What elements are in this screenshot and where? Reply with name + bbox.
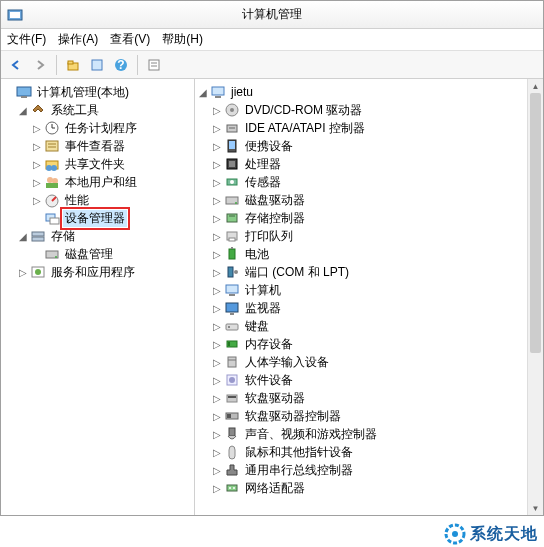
left-tree[interactable]: ▷计算机管理(本地) ◢系统工具 ▷任务计划程序 ▷事件查看器 ▷共享文件夹 ▷…: [1, 79, 195, 515]
tree-services[interactable]: ▷服务和应用程序: [3, 263, 192, 281]
device-category[interactable]: ▷鼠标和其他指针设备: [197, 443, 541, 461]
tree-perf[interactable]: ▷性能: [3, 191, 192, 209]
expand-icon[interactable]: ▷: [211, 303, 223, 314]
toolbar: ?: [1, 51, 543, 79]
expand-icon[interactable]: ▷: [211, 411, 223, 422]
device-icon: [224, 336, 240, 352]
right-tree[interactable]: ◢jietu ▷DVD/CD-ROM 驱动器▷IDE ATA/ATAPI 控制器…: [195, 79, 543, 515]
menu-view[interactable]: 查看(V): [110, 31, 150, 48]
expand-icon[interactable]: ▷: [211, 465, 223, 476]
device-category[interactable]: ▷内存设备: [197, 335, 541, 353]
expand-icon[interactable]: ▷: [211, 321, 223, 332]
scroll-thumb[interactable]: [530, 93, 541, 353]
device-icon: [224, 300, 240, 316]
expand-icon[interactable]: ▷: [211, 393, 223, 404]
expand-icon[interactable]: ▷: [31, 123, 43, 134]
svg-point-31: [55, 256, 57, 258]
up-button[interactable]: [62, 54, 84, 76]
device-category[interactable]: ▷磁盘驱动器: [197, 191, 541, 209]
device-category[interactable]: ▷声音、视频和游戏控制器: [197, 425, 541, 443]
svg-point-21: [47, 177, 53, 183]
device-category[interactable]: ▷计算机: [197, 281, 541, 299]
expand-icon[interactable]: ◢: [17, 231, 29, 242]
device-category[interactable]: ▷软盘驱动器控制器: [197, 407, 541, 425]
expand-icon[interactable]: ▷: [211, 105, 223, 116]
expand-icon[interactable]: ▷: [31, 141, 43, 152]
separator: [56, 55, 57, 75]
tree-systools[interactable]: ◢系统工具: [3, 101, 192, 119]
device-label: 人体学输入设备: [243, 354, 331, 371]
expand-icon[interactable]: ▷: [211, 285, 223, 296]
device-category[interactable]: ▷DVD/CD-ROM 驱动器: [197, 101, 541, 119]
expand-icon[interactable]: ▷: [31, 159, 43, 170]
menu-action[interactable]: 操作(A): [58, 31, 98, 48]
refresh-button[interactable]: [143, 54, 165, 76]
expand-icon[interactable]: ▷: [211, 483, 223, 494]
svg-point-55: [234, 270, 238, 274]
device-category[interactable]: ▷端口 (COM 和 LPT): [197, 263, 541, 281]
expand-icon[interactable]: ▷: [211, 123, 223, 134]
svg-rect-57: [229, 294, 235, 296]
expand-icon[interactable]: ▷: [211, 213, 223, 224]
device-category[interactable]: ▷打印队列: [197, 227, 541, 245]
device-category[interactable]: ▷人体学输入设备: [197, 353, 541, 371]
computer-mgmt-icon: [16, 84, 32, 100]
menu-help[interactable]: 帮助(H): [162, 31, 203, 48]
tree-users[interactable]: ▷本地用户和组: [3, 173, 192, 191]
properties-button[interactable]: [86, 54, 108, 76]
tree-task[interactable]: ▷任务计划程序: [3, 119, 192, 137]
storage-icon: [30, 228, 46, 244]
expand-icon[interactable]: ▷: [211, 231, 223, 242]
scroll-up-icon[interactable]: ▲: [528, 79, 543, 93]
device-icon: [224, 390, 240, 406]
expand-icon[interactable]: ▷: [211, 267, 223, 278]
device-category[interactable]: ▷软盘驱动器: [197, 389, 541, 407]
tree-storage[interactable]: ◢存储: [3, 227, 192, 245]
expand-icon[interactable]: ◢: [17, 105, 29, 116]
device-category[interactable]: ▷处理器: [197, 155, 541, 173]
expand-icon[interactable]: ▷: [211, 375, 223, 386]
expand-icon[interactable]: ▷: [17, 267, 29, 278]
scrollbar[interactable]: ▲ ▼: [527, 79, 543, 515]
device-category[interactable]: ▷电池: [197, 245, 541, 263]
tree-event[interactable]: ▷事件查看器: [3, 137, 192, 155]
expand-icon[interactable]: ▷: [31, 177, 43, 188]
device-category[interactable]: ▷网络适配器: [197, 479, 541, 497]
expand-icon[interactable]: ▷: [211, 195, 223, 206]
device-category[interactable]: ▷存储控制器: [197, 209, 541, 227]
svg-rect-35: [215, 96, 221, 98]
expand-icon[interactable]: ▷: [211, 141, 223, 152]
device-root[interactable]: ◢jietu: [197, 83, 541, 101]
device-label: 监视器: [243, 300, 283, 317]
device-category[interactable]: ▷传感器: [197, 173, 541, 191]
device-category[interactable]: ▷软件设备: [197, 371, 541, 389]
tree-devmgr[interactable]: ▷设备管理器: [3, 209, 192, 227]
tools-icon: [30, 102, 46, 118]
expand-icon[interactable]: ▷: [211, 357, 223, 368]
forward-button[interactable]: [29, 54, 51, 76]
expand-icon[interactable]: ▷: [211, 339, 223, 350]
tree-diskmgmt[interactable]: ▷磁盘管理: [3, 245, 192, 263]
expand-icon[interactable]: ▷: [211, 447, 223, 458]
svg-text:?: ?: [117, 58, 124, 72]
device-category[interactable]: ▷IDE ATA/ATAPI 控制器: [197, 119, 541, 137]
expand-icon[interactable]: ▷: [31, 195, 43, 206]
device-category[interactable]: ▷键盘: [197, 317, 541, 335]
tree-root[interactable]: ▷计算机管理(本地): [3, 83, 192, 101]
device-category[interactable]: ▷监视器: [197, 299, 541, 317]
expand-icon[interactable]: ▷: [211, 159, 223, 170]
expand-icon[interactable]: ◢: [197, 87, 209, 98]
tree-shared[interactable]: ▷共享文件夹: [3, 155, 192, 173]
menu-file[interactable]: 文件(F): [7, 31, 46, 48]
users-icon: [44, 174, 60, 190]
device-icon: [224, 210, 240, 226]
expand-icon[interactable]: ▷: [211, 429, 223, 440]
device-category[interactable]: ▷便携设备: [197, 137, 541, 155]
svg-rect-29: [32, 237, 44, 241]
expand-icon[interactable]: ▷: [211, 177, 223, 188]
device-category[interactable]: ▷通用串行总线控制器: [197, 461, 541, 479]
expand-icon[interactable]: ▷: [211, 249, 223, 260]
back-button[interactable]: [5, 54, 27, 76]
scroll-down-icon[interactable]: ▼: [528, 501, 543, 515]
help-button[interactable]: ?: [110, 54, 132, 76]
